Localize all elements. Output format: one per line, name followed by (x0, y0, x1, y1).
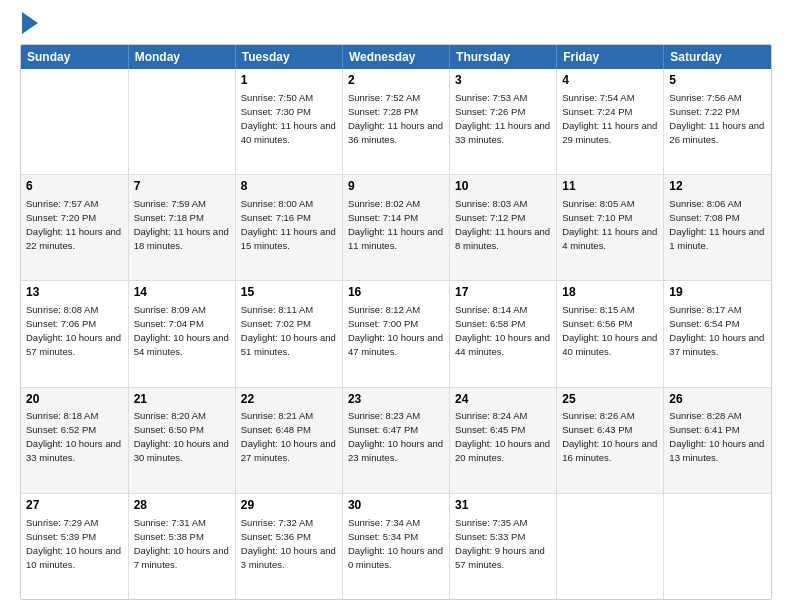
day-cell: 30Sunrise: 7:34 AMSunset: 5:34 PMDayligh… (342, 493, 449, 599)
day-number: 25 (562, 391, 658, 408)
day-cell: 7Sunrise: 7:59 AMSunset: 7:18 PMDaylight… (128, 175, 235, 281)
cell-text: Sunrise: 7:34 AMSunset: 5:34 PMDaylight:… (348, 517, 443, 570)
day-cell: 18Sunrise: 8:15 AMSunset: 6:56 PMDayligh… (557, 281, 664, 387)
day-number: 28 (134, 497, 230, 514)
day-number: 26 (669, 391, 766, 408)
page: SundayMondayTuesdayWednesdayThursdayFrid… (0, 0, 792, 612)
day-cell: 1Sunrise: 7:50 AMSunset: 7:30 PMDaylight… (235, 69, 342, 175)
cell-text: Sunrise: 7:32 AMSunset: 5:36 PMDaylight:… (241, 517, 336, 570)
day-cell: 16Sunrise: 8:12 AMSunset: 7:00 PMDayligh… (342, 281, 449, 387)
day-header-cell: Friday (557, 45, 664, 69)
day-cell: 27Sunrise: 7:29 AMSunset: 5:39 PMDayligh… (21, 493, 128, 599)
day-number: 17 (455, 284, 551, 301)
day-number: 11 (562, 178, 658, 195)
cell-text: Sunrise: 8:17 AMSunset: 6:54 PMDaylight:… (669, 304, 764, 357)
day-header-cell: Sunday (21, 45, 128, 69)
day-cell: 11Sunrise: 8:05 AMSunset: 7:10 PMDayligh… (557, 175, 664, 281)
cell-text: Sunrise: 7:53 AMSunset: 7:26 PMDaylight:… (455, 92, 550, 145)
svg-marker-0 (22, 12, 38, 34)
cell-text: Sunrise: 8:23 AMSunset: 6:47 PMDaylight:… (348, 410, 443, 463)
day-cell: 22Sunrise: 8:21 AMSunset: 6:48 PMDayligh… (235, 387, 342, 493)
day-header-cell: Saturday (664, 45, 771, 69)
day-cell: 21Sunrise: 8:20 AMSunset: 6:50 PMDayligh… (128, 387, 235, 493)
day-number: 21 (134, 391, 230, 408)
cell-text: Sunrise: 7:54 AMSunset: 7:24 PMDaylight:… (562, 92, 657, 145)
day-cell: 25Sunrise: 8:26 AMSunset: 6:43 PMDayligh… (557, 387, 664, 493)
day-number: 10 (455, 178, 551, 195)
day-cell: 26Sunrise: 8:28 AMSunset: 6:41 PMDayligh… (664, 387, 771, 493)
logo-icon (22, 12, 38, 34)
day-cell: 10Sunrise: 8:03 AMSunset: 7:12 PMDayligh… (450, 175, 557, 281)
day-number: 19 (669, 284, 766, 301)
day-number: 16 (348, 284, 444, 301)
cell-text: Sunrise: 8:08 AMSunset: 7:06 PMDaylight:… (26, 304, 121, 357)
day-number: 3 (455, 72, 551, 89)
day-cell: 12Sunrise: 8:06 AMSunset: 7:08 PMDayligh… (664, 175, 771, 281)
day-number: 27 (26, 497, 123, 514)
day-cell: 15Sunrise: 8:11 AMSunset: 7:02 PMDayligh… (235, 281, 342, 387)
day-number: 15 (241, 284, 337, 301)
day-cell (557, 493, 664, 599)
header (20, 16, 772, 34)
day-number: 1 (241, 72, 337, 89)
cell-text: Sunrise: 8:06 AMSunset: 7:08 PMDaylight:… (669, 198, 764, 251)
cell-text: Sunrise: 7:50 AMSunset: 7:30 PMDaylight:… (241, 92, 336, 145)
cell-text: Sunrise: 7:29 AMSunset: 5:39 PMDaylight:… (26, 517, 121, 570)
day-cell: 19Sunrise: 8:17 AMSunset: 6:54 PMDayligh… (664, 281, 771, 387)
day-number: 6 (26, 178, 123, 195)
cell-text: Sunrise: 8:00 AMSunset: 7:16 PMDaylight:… (241, 198, 336, 251)
day-number: 2 (348, 72, 444, 89)
day-number: 13 (26, 284, 123, 301)
day-number: 29 (241, 497, 337, 514)
day-number: 7 (134, 178, 230, 195)
cell-text: Sunrise: 7:57 AMSunset: 7:20 PMDaylight:… (26, 198, 121, 251)
day-cell: 6Sunrise: 7:57 AMSunset: 7:20 PMDaylight… (21, 175, 128, 281)
cell-text: Sunrise: 8:09 AMSunset: 7:04 PMDaylight:… (134, 304, 229, 357)
day-number: 31 (455, 497, 551, 514)
week-row: 27Sunrise: 7:29 AMSunset: 5:39 PMDayligh… (21, 493, 771, 599)
day-number: 4 (562, 72, 658, 89)
day-cell: 29Sunrise: 7:32 AMSunset: 5:36 PMDayligh… (235, 493, 342, 599)
cell-text: Sunrise: 7:35 AMSunset: 5:33 PMDaylight:… (455, 517, 545, 570)
cell-text: Sunrise: 7:52 AMSunset: 7:28 PMDaylight:… (348, 92, 443, 145)
day-number: 12 (669, 178, 766, 195)
day-number: 14 (134, 284, 230, 301)
day-cell: 4Sunrise: 7:54 AMSunset: 7:24 PMDaylight… (557, 69, 664, 175)
day-cell: 2Sunrise: 7:52 AMSunset: 7:28 PMDaylight… (342, 69, 449, 175)
cell-text: Sunrise: 8:03 AMSunset: 7:12 PMDaylight:… (455, 198, 550, 251)
day-number: 20 (26, 391, 123, 408)
week-row: 6Sunrise: 7:57 AMSunset: 7:20 PMDaylight… (21, 175, 771, 281)
week-row: 13Sunrise: 8:08 AMSunset: 7:06 PMDayligh… (21, 281, 771, 387)
cell-text: Sunrise: 8:26 AMSunset: 6:43 PMDaylight:… (562, 410, 657, 463)
day-number: 22 (241, 391, 337, 408)
day-cell: 9Sunrise: 8:02 AMSunset: 7:14 PMDaylight… (342, 175, 449, 281)
day-cell: 31Sunrise: 7:35 AMSunset: 5:33 PMDayligh… (450, 493, 557, 599)
day-header-cell: Monday (128, 45, 235, 69)
day-number: 30 (348, 497, 444, 514)
day-cell: 13Sunrise: 8:08 AMSunset: 7:06 PMDayligh… (21, 281, 128, 387)
day-header-cell: Wednesday (342, 45, 449, 69)
cell-text: Sunrise: 8:20 AMSunset: 6:50 PMDaylight:… (134, 410, 229, 463)
cell-text: Sunrise: 8:14 AMSunset: 6:58 PMDaylight:… (455, 304, 550, 357)
cell-text: Sunrise: 8:28 AMSunset: 6:41 PMDaylight:… (669, 410, 764, 463)
day-number: 24 (455, 391, 551, 408)
calendar-table: SundayMondayTuesdayWednesdayThursdayFrid… (21, 45, 771, 599)
day-cell (128, 69, 235, 175)
cell-text: Sunrise: 8:12 AMSunset: 7:00 PMDaylight:… (348, 304, 443, 357)
cell-text: Sunrise: 8:24 AMSunset: 6:45 PMDaylight:… (455, 410, 550, 463)
cell-text: Sunrise: 8:15 AMSunset: 6:56 PMDaylight:… (562, 304, 657, 357)
cell-text: Sunrise: 7:56 AMSunset: 7:22 PMDaylight:… (669, 92, 764, 145)
day-cell: 5Sunrise: 7:56 AMSunset: 7:22 PMDaylight… (664, 69, 771, 175)
day-cell (664, 493, 771, 599)
cell-text: Sunrise: 8:02 AMSunset: 7:14 PMDaylight:… (348, 198, 443, 251)
day-header-row: SundayMondayTuesdayWednesdayThursdayFrid… (21, 45, 771, 69)
day-cell: 14Sunrise: 8:09 AMSunset: 7:04 PMDayligh… (128, 281, 235, 387)
day-cell: 28Sunrise: 7:31 AMSunset: 5:38 PMDayligh… (128, 493, 235, 599)
day-number: 8 (241, 178, 337, 195)
day-number: 23 (348, 391, 444, 408)
day-cell: 3Sunrise: 7:53 AMSunset: 7:26 PMDaylight… (450, 69, 557, 175)
day-cell: 20Sunrise: 8:18 AMSunset: 6:52 PMDayligh… (21, 387, 128, 493)
day-header-cell: Thursday (450, 45, 557, 69)
cell-text: Sunrise: 8:21 AMSunset: 6:48 PMDaylight:… (241, 410, 336, 463)
cell-text: Sunrise: 7:31 AMSunset: 5:38 PMDaylight:… (134, 517, 229, 570)
